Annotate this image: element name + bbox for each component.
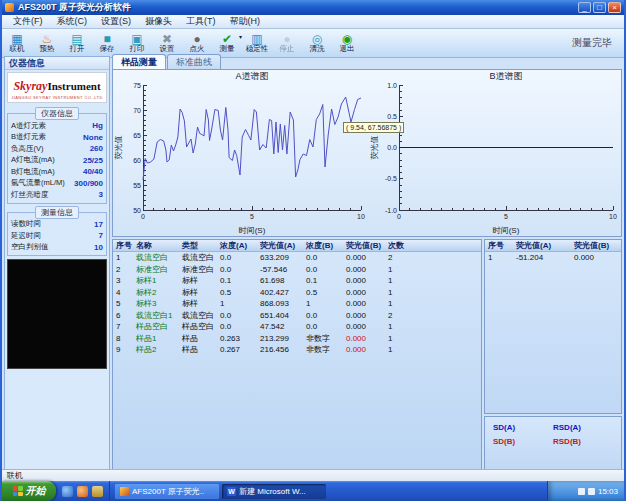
table-row[interactable]: 7样品空白样品空白0.047.5420.00.0001 xyxy=(113,321,481,333)
results-cell: 216.456 xyxy=(257,345,303,354)
open-button[interactable]: ▤打开 xyxy=(62,29,92,57)
table-row[interactable]: 9样品2样品0.267216.456非数字0.0001 xyxy=(113,344,481,356)
chart-b[interactable]: B道谱图1.00.50.0-0.5-1.00510时间(S)荧光值 xyxy=(369,70,621,236)
print-button-label: 打印 xyxy=(130,45,145,53)
instrument-info-legend: 仪器信息 xyxy=(35,107,79,120)
instrument-info-row: 负高压(V)260 xyxy=(11,143,103,155)
print-button[interactable]: ▣打印 xyxy=(122,29,152,57)
svg-text:0: 0 xyxy=(397,213,401,220)
results-cell: 0.0 xyxy=(217,311,257,320)
instrument-info-group: 仪器信息 A道灯元素HgB道灯元素None负高压(V)260A灯电流(mA)25… xyxy=(7,107,107,204)
logo-brand: SkyrayInstrument xyxy=(9,76,105,94)
results-cell: 0.000 xyxy=(343,311,385,320)
svg-text:荧光值: 荧光值 xyxy=(370,136,379,160)
results-cell: 47.542 xyxy=(257,322,303,331)
results-cell: 61.698 xyxy=(257,276,303,285)
measure-info-group: 测量信息 读数时间17延迟时间7空白判别值10 xyxy=(7,206,107,257)
start-button[interactable]: 开始 xyxy=(2,481,56,501)
instrument-info-value: None xyxy=(83,133,103,142)
results-cell: 非数字 xyxy=(303,344,343,355)
menu-item-3[interactable]: 设置(S) xyxy=(94,15,138,28)
connect-button[interactable]: ▦联机 xyxy=(2,29,32,57)
results-cell: 2 xyxy=(113,265,133,274)
measure-button[interactable]: ✔测量▾ xyxy=(212,29,242,57)
table-row[interactable]: 3标样1标样0.161.6980.10.0001 xyxy=(113,275,481,287)
minimize-button[interactable]: _ xyxy=(578,2,591,13)
svg-text:65: 65 xyxy=(133,132,141,139)
preheat-button[interactable]: ♨预热 xyxy=(32,29,62,57)
results-cell: 样品1 xyxy=(133,333,179,344)
table-row[interactable]: 6载流空白1载流空白0.0651.4040.00.0002 xyxy=(113,310,481,322)
results-cell: 载流空白1 xyxy=(133,310,179,321)
svg-text:A道谱图: A道谱图 xyxy=(235,71,268,81)
save-button[interactable]: ■保存 xyxy=(92,29,122,57)
connect-button-label: 联机 xyxy=(10,45,25,53)
svg-text:B道谱图: B道谱图 xyxy=(489,71,522,81)
tray-network-icon[interactable] xyxy=(578,488,585,495)
app-icon xyxy=(5,3,14,12)
maximize-button[interactable]: □ xyxy=(593,2,606,13)
status-text: 联机 xyxy=(7,471,23,480)
measure-info-rows: 读数时间17延迟时间7空白判别值10 xyxy=(11,219,103,254)
channel-table-body: 1-51.2040.000 xyxy=(485,252,621,264)
stability-button[interactable]: ▥稳定性 xyxy=(242,29,272,57)
app-window: AFS200T 原子荧光分析软件 _ □ × 文件(F)系统(C)设置(S)摄像… xyxy=(0,0,626,501)
save-button-label: 保存 xyxy=(100,45,115,53)
quick-launch-icon-2[interactable] xyxy=(77,486,88,497)
tray-volume-icon[interactable] xyxy=(588,488,595,495)
results-cell: 1 xyxy=(217,299,257,308)
stop-button: ●停止 xyxy=(272,29,302,57)
instrument-info-row: A灯电流(mA)25/25 xyxy=(11,155,103,167)
menu-item-6[interactable]: 帮助(H) xyxy=(223,15,268,28)
table-row[interactable]: 2标准空白标准空白0.0-57.5460.00.0001 xyxy=(113,264,481,276)
results-cell: -57.546 xyxy=(257,265,303,274)
stop-button-label: 停止 xyxy=(280,45,295,53)
results-col-header: 序号 xyxy=(113,240,133,251)
quick-launch-icon-3[interactable] xyxy=(92,486,103,497)
table-row[interactable]: 5标样3标样1868.09310.0001 xyxy=(113,298,481,310)
exit-button[interactable]: ◉退出 xyxy=(332,29,362,57)
results-cell: 0.000 xyxy=(343,265,385,274)
instrument-info-row: B道灯元素None xyxy=(11,132,103,144)
close-button[interactable]: × xyxy=(608,2,621,13)
measure-info-label: 延迟时间 xyxy=(11,231,41,241)
results-cell: 标样2 xyxy=(133,287,179,298)
measure-info-value: 10 xyxy=(94,243,103,252)
quick-launch-icon-1[interactable] xyxy=(62,486,73,497)
svg-text:5: 5 xyxy=(250,213,254,220)
results-cell: 0.5 xyxy=(217,288,257,297)
results-table-body: 1载流空白载流空白0.0633.2090.00.00022标准空白标准空白0.0… xyxy=(113,252,481,356)
menu-item-4[interactable]: 摄像头 xyxy=(138,15,179,28)
channel-table[interactable]: 序号荧光值(A)荧光值(B) 1-51.2040.000 xyxy=(484,239,622,414)
clean-button[interactable]: ◎清洗 xyxy=(302,29,332,57)
results-table[interactable]: 序号名称类型浓度(A)荧光值(A)浓度(B)荧光值(B)次数 1载流空白载流空白… xyxy=(112,239,482,470)
task-button-1[interactable]: AFS200T 原子荧光.. xyxy=(115,484,219,499)
menu-item-5[interactable]: 工具(T) xyxy=(179,15,223,28)
table-row[interactable]: 4标样2标样0.5402.4270.50.0001 xyxy=(113,287,481,299)
results-cell: 样品 xyxy=(179,344,217,355)
task-button-2[interactable]: W新建 Microsoft W... xyxy=(222,484,326,499)
ignite-button[interactable]: ●点火 xyxy=(182,29,212,57)
menu-item-1[interactable]: 文件(F) xyxy=(6,15,50,28)
chart-a[interactable]: A道谱图5055606570750510时间(S)荧光值 xyxy=(113,70,369,236)
taskbar: 开始 AFS200T 原子荧光..W新建 Microsoft W... 15:0… xyxy=(2,481,624,501)
tab-standard-curve[interactable]: 标准曲线 xyxy=(167,54,221,69)
instrument-info-value: 40/40 xyxy=(83,167,103,176)
channel-row[interactable]: 1-51.2040.000 xyxy=(485,252,621,264)
menu-item-2[interactable]: 系统(C) xyxy=(50,15,95,28)
channel-col-header: 序号 xyxy=(485,240,513,251)
measure-info-value: 17 xyxy=(94,220,103,229)
results-col-header: 荧光值(B) xyxy=(343,240,385,251)
svg-text:-0.5: -0.5 xyxy=(385,175,397,182)
task-button-label: AFS200T 原子荧光.. xyxy=(132,486,204,497)
settings-button[interactable]: ✖设置 xyxy=(152,29,182,57)
tray-clock[interactable]: 15:03 xyxy=(598,487,618,496)
tab-sample-measure[interactable]: 样品测量 xyxy=(112,54,166,69)
measure-info-value: 7 xyxy=(99,231,103,240)
instrument-info-value: 260 xyxy=(90,144,103,153)
results-cell: 1 xyxy=(385,334,405,343)
instrument-info-label: B灯电流(mA) xyxy=(11,167,55,177)
table-row[interactable]: 1载流空白载流空白0.0633.2090.00.0002 xyxy=(113,252,481,264)
table-row[interactable]: 8样品1样品0.263213.299非数字0.0001 xyxy=(113,333,481,345)
results-cell: 0.000 xyxy=(343,253,385,262)
